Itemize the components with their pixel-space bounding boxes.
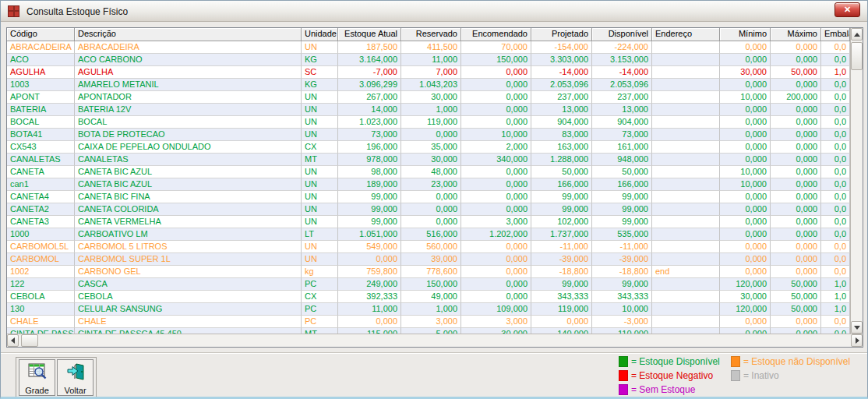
close-button[interactable]: ✕ [834,2,860,17]
table-row[interactable]: 1002CARBONO GELkg759,800778,6000,000-18,… [7,266,850,278]
cell-codigo: CANETA2 [7,203,75,216]
cell-projetado: 3.303,000 [531,54,592,66]
table-row[interactable]: 1000CARBOATIVO LMLT1.051,000516,0001.202… [7,228,850,241]
table-row[interactable]: CARBOMOL5LCARBOMOL 5 LITROSUN549,000560,… [7,241,850,253]
horizontal-scroll-thumb[interactable] [21,334,38,347]
cell-minimo: 0,000 [720,129,771,141]
cell-descricao: CEBOLA [75,291,302,303]
column-header-descricao[interactable]: Descrição [75,28,302,41]
table-row[interactable]: CANETA3CANETA VERMELHAUN99,0000,0003,000… [7,216,850,228]
cell-projetado: 99,000 [531,203,592,216]
cell-encomendado: 150,000 [461,54,531,66]
cell-minimo: 0,000 [720,141,771,154]
column-header-endereco[interactable]: Endereço [652,28,720,41]
table-row[interactable]: BATERIABATERIA 12VUN14,0001,0000,00013,0… [7,104,850,116]
cell-codigo: can1 [7,178,75,191]
cell-estoque_atual: 99,000 [338,191,401,203]
cell-reservado: 778,600 [401,266,461,278]
column-header-minimo[interactable]: Mínimo [720,28,771,41]
cell-descricao: ACO CARBONO [75,54,302,66]
cell-encomendado: 3,000 [461,216,531,228]
scroll-left-button[interactable] [7,334,19,347]
cell-reservado: 3,000 [401,316,461,328]
cell-maximo: 0,000 [771,241,821,253]
cell-encomendado: 0,000 [461,203,531,216]
legend-label: = Sem Estoque [631,384,695,395]
table-row[interactable]: 122CASCAPC249,000150,0000,00099,00099,00… [7,278,850,291]
column-header-maximo[interactable]: Máximo [771,28,821,41]
cell-endereco [652,129,720,141]
cell-maximo: 0,000 [771,253,821,266]
cell-reservado: 48,000 [401,166,461,178]
table-row[interactable]: ABRACADEIRAABRACADEIRAUN187,500411,50070… [7,41,850,54]
column-header-projetado[interactable]: Projetado [531,28,592,41]
cell-minimo: 0,000 [720,228,771,241]
cell-disponivel: -18,800 [592,266,652,278]
button-group: Grade Voltar [16,357,97,399]
vertical-scroll-thumb[interactable] [851,42,863,70]
cell-minimo: 0,000 [720,104,771,116]
grade-button[interactable]: Grade [19,359,55,396]
table-row[interactable]: BOCALBOCALUN1.023,000119,0000,000904,000… [7,116,850,129]
voltar-button[interactable]: Voltar [57,359,94,396]
column-header-estoque_atual[interactable]: Estoque Atual [338,28,401,41]
table-row[interactable]: CANETA4CANETA BIC FINAUN99,0000,0000,000… [7,191,850,203]
column-header-encomendado[interactable]: Encomendado [461,28,531,41]
cell-reservado: 49,000 [401,291,461,303]
cell-minimo: 0,000 [720,328,771,334]
cell-unidade: SC [302,66,338,79]
table-row[interactable]: can1CANETA BIC AZULUN189,00023,0000,0001… [7,178,850,191]
legend-color-swatch [619,370,628,381]
voltar-button-label: Voltar [58,386,93,395]
table-row[interactable]: CANETA2CANETA COLORIDAUN99,0000,0000,000… [7,203,850,216]
cell-embalagem: 0,0 [821,266,850,278]
table-row[interactable]: AGULHAAGULHASC-7,0007,0000,000-14,000-14… [7,66,850,79]
horizontal-scrollbar[interactable] [7,334,863,347]
cell-unidade: kg [302,266,338,278]
cell-estoque_atual: 99,000 [338,203,401,216]
table-row[interactable]: CHALECHALEPC0,0003,0003,0000,000-3,0000,… [7,316,850,328]
scroll-down-button[interactable] [851,321,863,334]
table-row[interactable]: 1003AMARELO METANILKG3.096,2991.043,2030… [7,79,850,91]
cell-reservado: 39,000 [401,253,461,266]
cell-unidade: UN [302,178,338,191]
title-bar[interactable]: Consulta Estoque Físico ✕ [1,1,867,22]
table-row[interactable]: BOTA41BOTA DE PROTECAOUN73,0000,00010,00… [7,129,850,141]
column-header-embalagem[interactable]: Embalaç [821,28,850,41]
cell-maximo: 0,000 [771,54,821,66]
cell-reservado: 0,000 [401,191,461,203]
scroll-right-button[interactable] [851,334,863,347]
column-header-reservado[interactable]: Reservado [401,28,461,41]
table-row[interactable]: CARBOMOLCARBOMOL SUPER 1LUN0,00039,0000,… [7,253,850,266]
cell-maximo: 0,000 [771,191,821,203]
cell-unidade: UN [302,253,338,266]
cell-minimo: 0,000 [720,191,771,203]
cell-reservado: 11,000 [401,54,461,66]
column-header-codigo[interactable]: Código [7,28,75,41]
cell-descricao: CASCA [75,278,302,291]
cell-endereco [652,191,720,203]
vertical-scrollbar[interactable] [850,28,863,334]
cell-descricao: CANETA BIC AZUL [75,178,302,191]
cell-codigo: 130 [7,303,75,316]
column-header-disponivel[interactable]: Disponível [592,28,652,41]
cell-codigo: CANETA4 [7,191,75,203]
table-row[interactable]: APONTAPONTADORUN267,00030,0000,000237,00… [7,91,850,104]
cell-descricao: CANALETAS [75,154,302,166]
table-row[interactable]: CEBOLACEBOLACX392,33349,0000,000343,3333… [7,291,850,303]
table-row[interactable]: CANETACANETA BIC AZULUN98,00048,0000,000… [7,166,850,178]
cell-encomendado: 30,000 [461,328,531,334]
cell-projetado: -18,800 [531,266,592,278]
grade-button-label: Grade [19,386,55,395]
cell-estoque_atual: 759,800 [338,266,401,278]
cell-codigo: ABRACADEIRA [7,41,75,54]
cell-reservado: 1.043,203 [401,79,461,91]
table-row[interactable]: CINTA DE PASSCINTA DE PASSCA 45.450MT115… [7,328,850,334]
table-row[interactable]: CX543CAIXA DE PEPELAO ONDULADOCX196,0003… [7,141,850,154]
column-header-unidade[interactable]: Unidade [302,28,338,41]
table-row[interactable]: 130CELULAR SANSUNGPC11,0001,000109,00011… [7,303,850,316]
table-row[interactable]: CANALETASCANALETASMT978,00030,000340,000… [7,154,850,166]
scroll-up-button[interactable] [851,28,863,41]
table-row[interactable]: ACOACO CARBONOKG3.164,00011,000150,0003.… [7,54,850,66]
cell-descricao: CANETA COLORIDA [75,203,302,216]
